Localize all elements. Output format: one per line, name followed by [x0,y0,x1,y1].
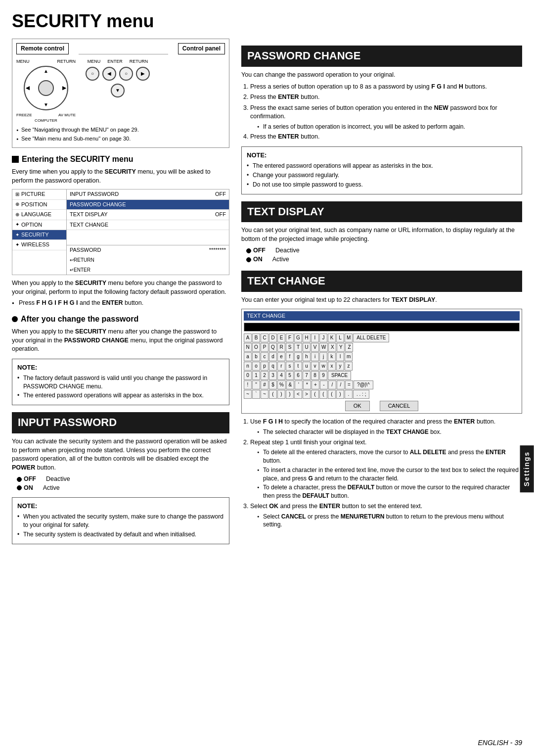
key-m-lower[interactable]: m [345,352,353,361]
key-equals[interactable]: = [345,380,353,389]
key-lparen[interactable]: ( [269,390,277,399]
key-rbrace[interactable]: ( [319,390,327,399]
key-quot[interactable]: " [252,380,260,389]
key-d[interactable]: d [269,352,277,361]
key-percent[interactable]: % [277,380,286,389]
key-hash[interactable]: # [261,380,268,389]
key-q[interactable]: q [269,362,277,371]
key-j[interactable]: j [319,352,327,361]
key-4[interactable]: 4 [277,371,285,380]
key-o[interactable]: o [252,362,260,371]
key-g[interactable]: g [294,352,302,361]
key-A[interactable]: A [244,333,252,342]
key-gt[interactable]: > [303,390,311,399]
key-u[interactable]: u [303,362,311,371]
key-Z[interactable]: Z [345,343,353,352]
key-slash2[interactable]: / [337,380,345,389]
key-C[interactable]: C [261,333,268,342]
key-T[interactable]: T [294,343,302,352]
remote-notes: See "Navigating through the MENU" on pag… [16,126,225,142]
key-Y[interactable]: Y [337,343,345,352]
key-n[interactable]: n [244,362,252,371]
key-L[interactable]: L [336,333,344,342]
keyboard-ok-button[interactable]: OK [345,401,370,411]
key-rbracket[interactable]: ) [336,390,344,399]
key-f[interactable]: f [286,352,294,361]
key-3[interactable]: 3 [269,371,277,380]
key-c[interactable]: c [261,352,268,361]
keyboard-title: TEXT CHANGE [244,311,520,321]
key-1[interactable]: 1 [252,371,260,380]
key-tilde2[interactable]: ~ [261,390,268,399]
key-P[interactable]: P [261,343,268,352]
key-question[interactable]: ?@|\^ [354,380,373,389]
key-l[interactable]: l [336,352,344,361]
key-G[interactable]: G [294,333,302,342]
key-space[interactable]: SPACE [328,371,351,380]
key-lbrace[interactable]: ( [311,390,319,399]
key-5[interactable]: 5 [286,371,294,380]
key-8[interactable]: 8 [311,371,319,380]
key-dollar[interactable]: $ [269,380,277,389]
key-x[interactable]: x [328,362,336,371]
key-S[interactable]: S [286,343,294,352]
key-backtick[interactable]: ` [252,390,260,399]
key-lbracket[interactable]: ( [328,390,336,399]
key-all-delete[interactable]: ALL DELETE [353,333,389,342]
key-slash[interactable]: / [328,380,336,389]
key-O[interactable]: O [252,343,260,352]
key-R[interactable]: R [277,343,285,352]
key-6[interactable]: 6 [294,371,302,380]
key-v[interactable]: v [311,362,319,371]
key-amp[interactable]: & [286,380,294,389]
key-F[interactable]: F [286,333,294,342]
key-9[interactable]: 9 [319,371,327,380]
key-minus[interactable]: - [320,380,328,389]
keyboard-row-5: 0 1 2 3 4 5 6 7 8 9 SPACE [244,371,520,380]
key-B[interactable]: B [252,333,260,342]
key-w[interactable]: w [319,362,327,371]
key-N[interactable]: N [244,343,252,352]
key-7[interactable]: 7 [303,371,311,380]
key-W[interactable]: W [319,343,328,352]
key-tilde[interactable]: ~ [244,390,252,399]
key-s[interactable]: s [286,362,294,371]
settings-tab: Settings [520,445,534,492]
key-plus[interactable]: + [312,380,319,389]
key-r[interactable]: r [277,362,285,371]
key-2[interactable]: 2 [261,371,268,380]
key-rparen2[interactable]: ) [286,390,294,399]
key-Q[interactable]: Q [269,343,277,352]
key-apos[interactable]: ' [295,380,303,389]
key-D[interactable]: D [269,333,277,342]
key-k[interactable]: k [328,352,336,361]
key-U[interactable]: U [303,343,311,352]
key-lt[interactable]: < [294,390,302,399]
key-period[interactable]: . [345,390,353,399]
key-V[interactable]: V [311,343,319,352]
key-misc[interactable]: . . : ; [353,390,369,399]
key-K[interactable]: K [328,333,336,342]
key-p[interactable]: p [261,362,268,371]
key-e[interactable]: e [277,352,285,361]
key-X[interactable]: X [328,343,336,352]
keyboard-cancel-button[interactable]: CANCEL [380,401,419,411]
key-M[interactable]: M [345,333,353,342]
key-b[interactable]: b [252,352,260,361]
key-a[interactable]: a [244,352,252,361]
key-E[interactable]: E [277,333,285,342]
key-z[interactable]: z [345,362,353,371]
left-column: Remote control Control panel MENURETURN [12,39,229,549]
key-H[interactable]: H [303,333,311,342]
key-excl[interactable]: ! [244,380,252,389]
key-I[interactable]: I [311,333,319,342]
key-y[interactable]: y [336,362,344,371]
key-star[interactable]: * [303,380,311,389]
key-J[interactable]: J [319,333,327,342]
key-t[interactable]: t [294,362,302,371]
key-h[interactable]: h [303,352,311,361]
tc-sub-2-2: To insert a character in the entered tex… [257,466,522,483]
key-i[interactable]: i [311,352,319,361]
key-0[interactable]: 0 [244,371,252,380]
key-rparen[interactable]: ) [277,390,285,399]
